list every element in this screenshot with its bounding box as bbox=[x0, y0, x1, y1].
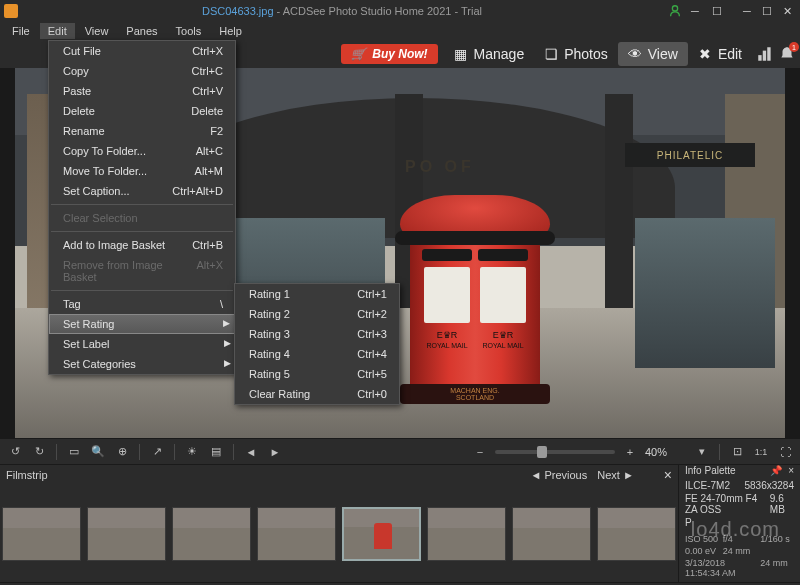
menu-rating-1[interactable]: Rating 1Ctrl+1 bbox=[235, 284, 399, 304]
chart-icon[interactable] bbox=[756, 45, 774, 63]
filmstrip-close[interactable]: × bbox=[664, 467, 672, 483]
cart-icon: 🛒 bbox=[351, 47, 366, 61]
menu-file[interactable]: File bbox=[4, 23, 38, 39]
svg-point-0 bbox=[672, 6, 677, 11]
prev-image-button[interactable]: ◄ bbox=[242, 443, 260, 461]
menu-move-to-folder[interactable]: Move To Folder...Alt+M bbox=[49, 161, 235, 181]
external-editor-button[interactable]: ↗ bbox=[148, 443, 166, 461]
info-lens: FE 24-70mm F4 ZA OSS bbox=[685, 493, 770, 515]
menu-panes[interactable]: Panes bbox=[118, 23, 165, 39]
postbox: E♛RROYAL MAIL E♛RROYAL MAIL MACHAN ENG.S… bbox=[400, 183, 550, 398]
menu-set-rating[interactable]: Set Rating▶ bbox=[49, 314, 235, 334]
set-rating-submenu: Rating 1Ctrl+1 Rating 2Ctrl+2 Rating 3Ct… bbox=[234, 283, 400, 405]
thumb[interactable] bbox=[512, 507, 591, 561]
exposure-button[interactable]: ☀ bbox=[183, 443, 201, 461]
menu-bar: File Edit View Panes Tools Help bbox=[0, 22, 800, 40]
minimize-button[interactable]: ─ bbox=[740, 4, 754, 18]
mode-edit[interactable]: ✖ Edit bbox=[688, 42, 752, 66]
fullscreen-button[interactable]: ⛶ bbox=[776, 443, 794, 461]
photos-icon: ❏ bbox=[544, 47, 558, 61]
info-camera: ILCE-7M2 bbox=[685, 480, 730, 491]
menu-set-label[interactable]: Set Label▶ bbox=[49, 334, 235, 354]
menu-cut-file[interactable]: Cut FileCtrl+X bbox=[49, 41, 235, 61]
menu-paste[interactable]: PasteCtrl+V bbox=[49, 81, 235, 101]
fit-button[interactable]: ⊡ bbox=[728, 443, 746, 461]
zoom-tool-button[interactable]: 🔍 bbox=[89, 443, 107, 461]
mode-view[interactable]: 👁 View bbox=[618, 42, 688, 66]
zoom-in-button[interactable]: + bbox=[621, 443, 639, 461]
thumb[interactable] bbox=[87, 507, 166, 561]
thumb-selected[interactable] bbox=[342, 507, 421, 561]
menu-tag[interactable]: Tag\ bbox=[49, 294, 235, 314]
bottom-panels: Filmstrip ◄ Previous Next ► × Info Palet… bbox=[0, 464, 800, 582]
filmstrip-thumbs[interactable] bbox=[0, 485, 678, 582]
filmstrip-pane: Filmstrip ◄ Previous Next ► × bbox=[0, 465, 678, 582]
info-dims: 5836x3284 bbox=[745, 480, 795, 491]
window-title: DSC04633.jpg - ACDSee Photo Studio Home … bbox=[20, 5, 664, 17]
tools-icon: ✖ bbox=[698, 47, 712, 61]
thumb[interactable] bbox=[2, 507, 81, 561]
bell-icon[interactable]: 1 bbox=[778, 45, 796, 63]
info-exif-grid: ISO 500f/41/160 s 0.00 eV24 mm 3/13/2018… bbox=[685, 534, 794, 578]
app-icon bbox=[4, 4, 18, 18]
user-icon[interactable] bbox=[668, 4, 682, 18]
menu-view[interactable]: View bbox=[77, 23, 117, 39]
chevron-right-icon: ▶ bbox=[224, 338, 231, 348]
inner-maximize-button[interactable]: ☐ bbox=[710, 4, 724, 18]
menu-set-caption[interactable]: Set Caption...Ctrl+Alt+D bbox=[49, 181, 235, 201]
grid-icon: ▦ bbox=[454, 47, 468, 61]
eye-icon: 👁 bbox=[628, 47, 642, 61]
menu-copy[interactable]: CopyCtrl+C bbox=[49, 61, 235, 81]
zoom-slider[interactable] bbox=[495, 450, 615, 454]
menu-edit[interactable]: Edit bbox=[40, 23, 75, 39]
chevron-right-icon: ▶ bbox=[224, 358, 231, 368]
thumb[interactable] bbox=[427, 507, 506, 561]
thumb[interactable] bbox=[257, 507, 336, 561]
svg-rect-2 bbox=[763, 51, 766, 61]
mode-photos[interactable]: ❏ Photos bbox=[534, 42, 618, 66]
select-tool-button[interactable]: ▭ bbox=[65, 443, 83, 461]
menu-copy-to-folder[interactable]: Copy To Folder...Alt+C bbox=[49, 141, 235, 161]
close-button[interactable]: ✕ bbox=[780, 4, 794, 18]
notification-badge: 1 bbox=[789, 42, 799, 52]
inner-minimize-button[interactable]: ─ bbox=[688, 4, 702, 18]
pin-icon[interactable]: 📌 bbox=[770, 465, 782, 476]
menu-rating-5[interactable]: Rating 5Ctrl+5 bbox=[235, 364, 399, 384]
zoom-out-button[interactable]: − bbox=[471, 443, 489, 461]
info-mode: P bbox=[685, 517, 692, 528]
menu-rating-4[interactable]: Rating 4Ctrl+4 bbox=[235, 344, 399, 364]
menu-clear-rating[interactable]: Clear RatingCtrl+0 bbox=[235, 384, 399, 404]
menu-rating-3[interactable]: Rating 3Ctrl+3 bbox=[235, 324, 399, 344]
mode-manage[interactable]: ▦ Manage bbox=[444, 42, 535, 66]
filmstrip-prev[interactable]: ◄ Previous bbox=[530, 469, 587, 481]
chevron-right-icon: ▶ bbox=[223, 318, 230, 328]
filmstrip-title: Filmstrip bbox=[6, 469, 48, 481]
histogram-button[interactable]: ▤ bbox=[207, 443, 225, 461]
next-image-button[interactable]: ► bbox=[266, 443, 284, 461]
menu-set-categories[interactable]: Set Categories▶ bbox=[49, 354, 235, 374]
actual-size-button[interactable]: 1:1 bbox=[752, 443, 770, 461]
rotate-right-button[interactable]: ↻ bbox=[30, 443, 48, 461]
view-toolbar: ↺ ↻ ▭ 🔍 ⊕ ↗ ☀ ▤ ◄ ► − + 40% ▾ ⊡ 1:1 ⛶ bbox=[0, 438, 800, 464]
menu-separator bbox=[51, 231, 233, 232]
maximize-button[interactable]: ☐ bbox=[760, 4, 774, 18]
thumb[interactable] bbox=[172, 507, 251, 561]
menu-add-to-basket[interactable]: Add to Image BasketCtrl+B bbox=[49, 235, 235, 255]
menu-help[interactable]: Help bbox=[211, 23, 250, 39]
filmstrip-next[interactable]: Next ► bbox=[597, 469, 634, 481]
post-office-sign: PO OF bbox=[405, 158, 475, 176]
menu-delete[interactable]: DeleteDelete bbox=[49, 101, 235, 121]
menu-tools[interactable]: Tools bbox=[168, 23, 210, 39]
thumb[interactable] bbox=[597, 507, 676, 561]
shop-sign-text: PHILATELIC bbox=[625, 143, 755, 167]
buy-now-button[interactable]: 🛒 Buy Now! bbox=[341, 44, 437, 64]
magnify-button[interactable]: ⊕ bbox=[113, 443, 131, 461]
rotate-left-button[interactable]: ↺ bbox=[6, 443, 24, 461]
menu-rating-2[interactable]: Rating 2Ctrl+2 bbox=[235, 304, 399, 324]
zoom-dropdown[interactable]: ▾ bbox=[693, 443, 711, 461]
info-size: 9.6 MB bbox=[770, 493, 794, 515]
menu-rename[interactable]: RenameF2 bbox=[49, 121, 235, 141]
menu-clear-selection: Clear Selection bbox=[49, 208, 235, 228]
menu-remove-from-basket: Remove from Image BasketAlt+X bbox=[49, 255, 235, 287]
info-close[interactable]: × bbox=[788, 465, 794, 476]
